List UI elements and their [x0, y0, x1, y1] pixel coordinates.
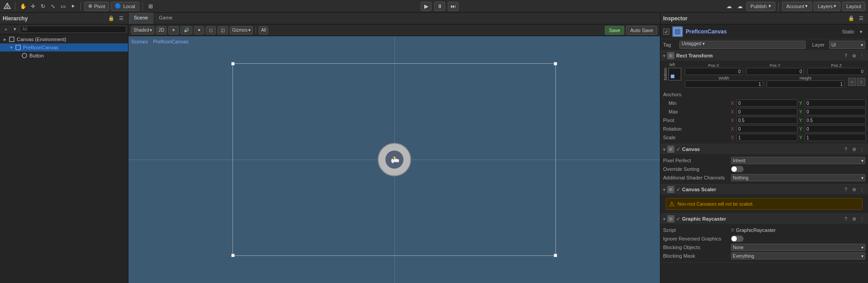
height-input[interactable]	[767, 80, 845, 88]
stretch-h-btn[interactable]: ↔	[848, 78, 856, 86]
pivot-x-input[interactable]	[736, 117, 797, 124]
gr-settings-icon[interactable]: ⚙	[851, 216, 857, 222]
scale-x-input[interactable]	[736, 134, 797, 141]
2d-button[interactable]: 2D	[156, 26, 166, 34]
blocking-mask-dropdown[interactable]: Everything ▾	[731, 252, 865, 259]
tag-dropdown[interactable]: Untagged ▾	[679, 41, 806, 49]
step-button[interactable]: ⏭	[448, 2, 459, 11]
max-x-input[interactable]	[736, 108, 797, 115]
account-button[interactable]: Account ▾	[782, 2, 812, 11]
audio-btn[interactable]: 🔊	[180, 26, 192, 34]
fog-btn[interactable]: ◫	[218, 26, 228, 34]
canvas-scaler-header[interactable]: ▾ ⊞ ✓ Canvas Scaler ? ⚙ ⋮	[660, 184, 868, 194]
pos-x-input[interactable]	[685, 68, 743, 75]
pixel-perfect-dropdown[interactable]: Inherit ▾	[731, 157, 865, 164]
layout-button[interactable]: Layout	[842, 2, 865, 11]
game-tab[interactable]: Game	[153, 13, 178, 24]
services-icon[interactable]: ☁	[725, 2, 734, 11]
pivot-y-input[interactable]	[805, 117, 866, 124]
pivot-button[interactable]: ⊕ Pivot	[84, 2, 109, 11]
button-object[interactable]	[378, 143, 411, 176]
handle-bl[interactable]	[231, 254, 235, 257]
breadcrumb-canvas[interactable]: PrefIconCanvas	[153, 39, 188, 44]
local-button[interactable]: 🔵 Local	[111, 2, 139, 11]
gr-menu-icon[interactable]: ⋮	[859, 216, 865, 222]
canvas-settings-icon[interactable]: ⚙	[851, 146, 857, 152]
scene-tab[interactable]: Scene	[128, 13, 153, 24]
override-sorting-toggle[interactable]	[731, 166, 744, 172]
additional-shader-dropdown[interactable]: Nothing ▾	[731, 174, 865, 181]
hierarchy-add-icon[interactable]: +	[2, 25, 10, 33]
anchors-label: Anchors	[663, 92, 731, 97]
stretch-v-btn[interactable]: ↕	[857, 78, 865, 86]
all-dropdown[interactable]: All	[259, 26, 268, 34]
blocking-objects-dropdown[interactable]: None ▾	[731, 244, 865, 251]
hierarchy-search-input[interactable]	[20, 26, 126, 33]
static-dropdown-icon[interactable]: ▾	[857, 28, 865, 36]
handle-br[interactable]	[554, 254, 557, 257]
tree-item-canvas-env[interactable]: ▸ Canvas (Environment)	[0, 35, 128, 43]
publish-button[interactable]: Publish ▾	[746, 2, 775, 11]
hierarchy-menu-icon[interactable]: ☰	[117, 14, 125, 23]
unity-logo[interactable]	[3, 2, 12, 11]
anchor-preset-area[interactable]: left bottom	[663, 62, 681, 80]
layers-button[interactable]: Layers ▾	[814, 2, 840, 11]
hierarchy-arrow-icon[interactable]: ▾	[11, 25, 19, 33]
ignore-reversed-toggle[interactable]	[731, 236, 744, 242]
canvas-arrow: ▾	[663, 147, 665, 152]
rot-x-input[interactable]	[736, 125, 797, 132]
pause-button[interactable]: ⏸	[434, 2, 445, 11]
scale-tool[interactable]: ⤡	[48, 2, 57, 11]
scene-view[interactable]: Scenes › PrefIconCanvas	[128, 36, 660, 283]
fx-btn[interactable]: ✦	[194, 26, 204, 34]
rt-settings-icon[interactable]: ⚙	[851, 52, 857, 59]
cs-settings-icon[interactable]: ⚙	[851, 186, 857, 193]
collab-icon[interactable]: ☁	[735, 2, 745, 11]
lighting-btn[interactable]: ☀	[168, 26, 179, 34]
gr-info-icon[interactable]: ?	[843, 216, 849, 222]
play-button[interactable]: ▶	[421, 2, 432, 11]
multi-tool[interactable]: ✦	[68, 2, 77, 11]
width-field: Width	[685, 76, 763, 88]
grid-icon[interactable]: ⊞	[146, 2, 155, 11]
tree-item-button[interactable]: ▸ Button	[0, 52, 128, 60]
min-y-input[interactable]	[805, 99, 866, 107]
cs-menu-icon[interactable]: ⋮	[859, 186, 865, 193]
gr-header[interactable]: ▾ ⊞ ✓ Graphic Raycaster ? ⚙ ⋮	[660, 214, 868, 224]
cs-info-icon[interactable]: ?	[843, 186, 849, 193]
object-active-checkbox[interactable]	[663, 28, 669, 35]
gizmos-dropdown[interactable]: Gizmos ▾	[230, 26, 253, 34]
skybox-btn[interactable]: ◻	[206, 26, 216, 34]
handle-tr[interactable]	[554, 62, 557, 66]
handle-tl[interactable]	[231, 62, 235, 66]
scale-y-input[interactable]	[805, 134, 866, 141]
width-input[interactable]	[685, 80, 763, 88]
pivot-x-field: X	[731, 117, 797, 124]
rect-transform-header[interactable]: ▾ ⊞ Rect Transform ? ⚙ ⋮	[660, 51, 868, 61]
rotate-tool[interactable]: ↻	[38, 2, 47, 11]
autosave-button[interactable]: Auto Save	[626, 26, 657, 35]
layer-dropdown[interactable]: UI ▾	[829, 41, 865, 49]
canvas-header[interactable]: ▾ ⊞ ✓ Canvas ? ⚙ ⋮	[660, 144, 868, 154]
anchor-box[interactable]	[669, 68, 681, 80]
rt-info-icon[interactable]: ?	[843, 52, 849, 59]
main-layout: Hierarchy 🔒 ☰ + ▾ ▸ Canvas (Environment)…	[0, 13, 868, 283]
pos-y-input[interactable]	[746, 68, 804, 75]
min-x-input[interactable]	[736, 99, 797, 107]
inspector-menu-icon[interactable]: ☰	[857, 14, 865, 23]
rect-tool[interactable]: ▭	[58, 2, 67, 11]
canvas-info-icon[interactable]: ?	[843, 146, 849, 152]
hierarchy-lock-icon[interactable]: 🔒	[107, 14, 115, 23]
pos-z-input[interactable]	[807, 68, 865, 75]
inspector-lock-icon[interactable]: 🔒	[847, 14, 855, 23]
shaded-dropdown[interactable]: Shaded ▾	[131, 26, 154, 34]
hand-tool[interactable]: ✋	[19, 2, 28, 11]
breadcrumb-scenes[interactable]: Scenes	[131, 39, 148, 44]
rot-y-input[interactable]	[805, 125, 866, 132]
max-y-input[interactable]	[805, 108, 866, 115]
rt-menu-icon[interactable]: ⋮	[859, 52, 865, 59]
move-tool[interactable]: ✛	[28, 2, 38, 11]
tree-item-pref-icon-canvas[interactable]: ▾ PrefIconCanvas	[0, 43, 128, 52]
canvas-menu-icon[interactable]: ⋮	[859, 146, 865, 152]
save-button[interactable]: Save	[605, 26, 624, 35]
